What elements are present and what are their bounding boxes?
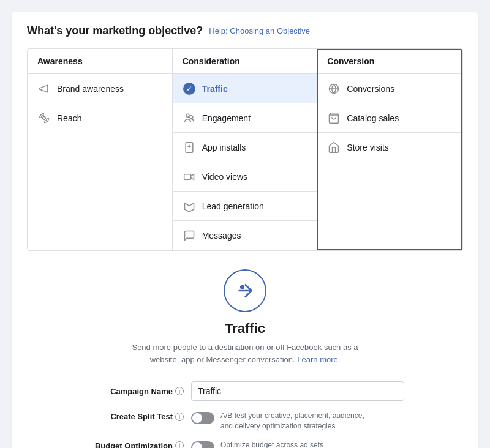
brand-awareness-label: Brand awareness [57, 84, 124, 94]
catalog-sales-label: Catalog sales [347, 113, 399, 123]
campaign-name-row: Campaign Name i [86, 381, 404, 401]
video-icon [183, 170, 196, 184]
cart-icon [327, 111, 341, 125]
awareness-column: Awareness Brand awareness Reach [28, 49, 173, 250]
objectives-grid: Awareness Brand awareness Reach [27, 48, 463, 251]
messages-label: Messages [202, 231, 241, 241]
engagement-label: Engagement [202, 113, 251, 123]
campaign-name-info-icon[interactable]: i [175, 387, 184, 395]
svg-point-7 [241, 286, 244, 289]
messages-icon [183, 229, 196, 242]
lead-generation-label: Lead generation [202, 201, 264, 211]
globe-icon [327, 82, 341, 95]
split-test-content: A/B test your creative, placement, audie… [191, 411, 374, 431]
messages-item[interactable]: Messages [173, 221, 317, 250]
lead-icon [183, 200, 196, 213]
store-icon [327, 141, 341, 154]
page-title: What's your marketing objective? [27, 24, 203, 37]
campaign-name-input[interactable] [191, 381, 404, 401]
split-test-toggle[interactable] [191, 412, 214, 424]
page-container: What's your marketing objective? Help: C… [12, 12, 478, 448]
budget-opt-desc: Optimize budget across ad sets [221, 440, 323, 448]
reach-item[interactable]: Reach [28, 103, 172, 133]
store-visits-item[interactable]: Store visits [317, 133, 462, 162]
selected-objective-description: Send more people to a destination on or … [116, 342, 374, 365]
budget-opt-toggle[interactable] [191, 441, 214, 448]
svg-point-0 [43, 117, 46, 120]
campaign-name-label: Campaign Name i [86, 387, 184, 396]
split-test-label: Create Split Test [110, 412, 173, 421]
help-link[interactable]: Help: Choosing an Objective [209, 26, 310, 35]
form-section: Campaign Name i Create Split Test i A/B … [86, 381, 404, 448]
consideration-column: Consideration ✓ Traffic Engagement [173, 49, 318, 250]
budget-opt-info-icon[interactable]: i [175, 441, 184, 448]
page-header: What's your marketing objective? Help: C… [27, 24, 463, 37]
awareness-header: Awareness [28, 49, 172, 74]
split-test-info-icon[interactable]: i [175, 413, 184, 421]
engagement-item[interactable]: Engagement [173, 103, 317, 133]
split-test-label-group: Create Split Test i [86, 411, 184, 421]
budget-opt-label-group: Budget Optimization i [86, 440, 184, 448]
budget-opt-row: Budget Optimization i Optimize budget ac… [86, 440, 404, 448]
conversion-header: Conversion [317, 49, 462, 74]
conversions-item[interactable]: Conversions [317, 74, 462, 103]
video-views-item[interactable]: Video views [173, 162, 317, 192]
learn-more-link[interactable]: Learn more. [297, 355, 340, 364]
conversion-column: Conversion Conversions [317, 49, 462, 250]
reach-icon [37, 111, 51, 125]
app-installs-label: App installs [202, 143, 246, 152]
budget-opt-label: Budget Optimization [95, 441, 173, 448]
svg-rect-4 [184, 174, 190, 179]
selected-objective-icon [224, 269, 266, 312]
app-installs-item[interactable]: App installs [173, 133, 317, 162]
catalog-sales-item[interactable]: Catalog sales [317, 103, 462, 133]
traffic-item[interactable]: ✓ Traffic [173, 74, 317, 103]
traffic-label: Traffic [202, 84, 228, 94]
reach-label: Reach [57, 113, 81, 123]
store-visits-label: Store visits [347, 143, 388, 152]
description-section: Traffic Send more people to a destinatio… [27, 269, 463, 448]
brand-awareness-item[interactable]: Brand awareness [28, 74, 172, 103]
engagement-icon [183, 111, 196, 125]
app-icon [183, 141, 196, 154]
megaphone-icon [37, 82, 51, 95]
split-test-desc: A/B test your creative, placement, audie… [221, 411, 374, 431]
conversions-label: Conversions [347, 84, 394, 94]
traffic-check-icon: ✓ [183, 82, 196, 95]
split-test-row: Create Split Test i A/B test your creati… [86, 411, 404, 431]
lead-generation-item[interactable]: Lead generation [173, 192, 317, 221]
svg-point-2 [189, 115, 192, 118]
video-views-label: Video views [202, 172, 247, 182]
svg-point-1 [186, 114, 189, 117]
consideration-header: Consideration [173, 49, 317, 74]
selected-objective-name: Traffic [225, 321, 265, 337]
budget-opt-content: Optimize budget across ad sets [191, 440, 323, 448]
